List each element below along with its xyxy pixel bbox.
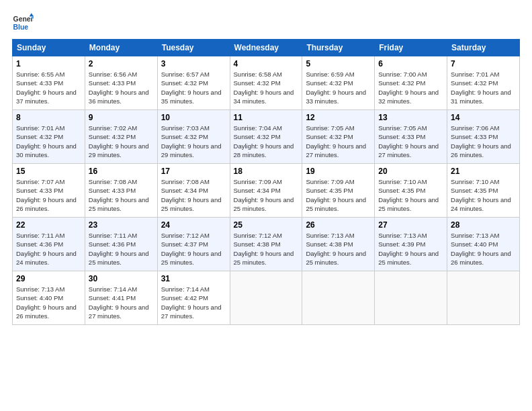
day-number: 4 (234, 59, 299, 68)
svg-marker-3 (30, 13, 34, 17)
calendar-cell (375, 271, 447, 325)
calendar-cell: 31Sunrise: 7:14 AMSunset: 4:42 PMDayligh… (157, 271, 230, 325)
svg-text:Blue: Blue (13, 24, 29, 31)
day-info: Sunrise: 7:00 AMSunset: 4:32 PMDaylight:… (378, 70, 443, 105)
day-info: Sunrise: 7:05 AMSunset: 4:32 PMDaylight:… (306, 124, 371, 159)
day-info: Sunrise: 7:10 AMSunset: 4:35 PMDaylight:… (451, 177, 516, 213)
day-number: 12 (306, 113, 371, 122)
calendar-cell (302, 271, 375, 325)
calendar-cell: 19Sunrise: 7:09 AMSunset: 4:35 PMDayligh… (302, 164, 375, 218)
day-number: 3 (161, 59, 226, 68)
day-info: Sunrise: 7:01 AMSunset: 4:32 PMDaylight:… (451, 70, 516, 105)
day-number: 11 (234, 113, 299, 122)
calendar-cell: 5Sunrise: 6:59 AMSunset: 4:32 PMDaylight… (302, 56, 375, 110)
calendar-cell: 23Sunrise: 7:11 AMSunset: 4:36 PMDayligh… (85, 218, 157, 271)
calendar-cell (230, 271, 302, 325)
day-info: Sunrise: 7:11 AMSunset: 4:36 PMDaylight:… (16, 231, 81, 267)
day-number: 28 (451, 220, 516, 230)
day-number: 29 (16, 274, 81, 283)
calendar-cell: 7Sunrise: 7:01 AMSunset: 4:32 PMDaylight… (447, 56, 520, 110)
day-info: Sunrise: 7:14 AMSunset: 4:41 PMDaylight:… (89, 285, 154, 320)
day-number: 6 (378, 59, 443, 68)
day-info: Sunrise: 7:09 AMSunset: 4:34 PMDaylight:… (234, 177, 299, 213)
calendar-cell: 16Sunrise: 7:08 AMSunset: 4:33 PMDayligh… (85, 164, 157, 218)
calendar-cell: 8Sunrise: 7:01 AMSunset: 4:32 PMDaylight… (13, 110, 85, 164)
day-info: Sunrise: 7:09 AMSunset: 4:35 PMDaylight:… (306, 177, 371, 213)
day-info: Sunrise: 7:08 AMSunset: 4:33 PMDaylight:… (89, 177, 154, 213)
day-info: Sunrise: 7:13 AMSunset: 4:38 PMDaylight:… (306, 231, 371, 267)
svg-text:General: General (13, 15, 34, 23)
day-number: 10 (161, 113, 226, 122)
calendar-cell: 29Sunrise: 7:13 AMSunset: 4:40 PMDayligh… (13, 271, 85, 325)
day-number: 16 (89, 167, 154, 176)
day-number: 31 (161, 274, 226, 283)
day-number: 21 (451, 167, 516, 176)
day-number: 30 (89, 274, 154, 283)
calendar-cell: 1Sunrise: 6:55 AMSunset: 4:33 PMDaylight… (13, 56, 85, 110)
day-number: 14 (451, 113, 516, 122)
day-number: 24 (161, 220, 226, 230)
page-header: General Blue (12, 12, 520, 34)
day-info: Sunrise: 7:04 AMSunset: 4:32 PMDaylight:… (234, 124, 299, 159)
logo-icon: General Blue (12, 12, 34, 34)
calendar-cell: 27Sunrise: 7:13 AMSunset: 4:39 PMDayligh… (375, 218, 447, 271)
day-number: 17 (161, 167, 226, 176)
calendar-cell: 28Sunrise: 7:13 AMSunset: 4:40 PMDayligh… (447, 218, 520, 271)
calendar-table: SundayMondayTuesdayWednesdayThursdayFrid… (12, 39, 520, 325)
day-info: Sunrise: 6:58 AMSunset: 4:32 PMDaylight:… (234, 70, 299, 105)
day-number: 9 (89, 113, 154, 122)
day-number: 23 (89, 220, 154, 230)
day-number: 18 (234, 167, 299, 176)
weekday-header-tuesday: Tuesday (157, 40, 230, 56)
day-info: Sunrise: 7:06 AMSunset: 4:33 PMDaylight:… (451, 124, 516, 159)
calendar-cell: 22Sunrise: 7:11 AMSunset: 4:36 PMDayligh… (13, 218, 85, 271)
day-info: Sunrise: 6:57 AMSunset: 4:32 PMDaylight:… (161, 70, 226, 105)
day-info: Sunrise: 7:12 AMSunset: 4:38 PMDaylight:… (234, 231, 299, 267)
weekday-header-monday: Monday (85, 40, 157, 56)
day-number: 22 (16, 220, 81, 230)
calendar-cell: 17Sunrise: 7:08 AMSunset: 4:34 PMDayligh… (157, 164, 230, 218)
day-number: 2 (89, 59, 154, 68)
day-info: Sunrise: 7:08 AMSunset: 4:34 PMDaylight:… (161, 177, 226, 213)
weekday-header-sunday: Sunday (13, 40, 85, 56)
calendar-cell: 21Sunrise: 7:10 AMSunset: 4:35 PMDayligh… (447, 164, 520, 218)
day-number: 1 (16, 59, 81, 68)
day-info: Sunrise: 7:10 AMSunset: 4:35 PMDaylight:… (378, 177, 443, 213)
calendar-cell: 20Sunrise: 7:10 AMSunset: 4:35 PMDayligh… (375, 164, 447, 218)
weekday-header-saturday: Saturday (447, 40, 520, 56)
calendar-cell: 6Sunrise: 7:00 AMSunset: 4:32 PMDaylight… (375, 56, 447, 110)
calendar-cell: 10Sunrise: 7:03 AMSunset: 4:32 PMDayligh… (157, 110, 230, 164)
day-info: Sunrise: 7:11 AMSunset: 4:36 PMDaylight:… (89, 231, 154, 267)
weekday-header-friday: Friday (375, 40, 447, 56)
day-info: Sunrise: 6:56 AMSunset: 4:33 PMDaylight:… (89, 70, 154, 105)
day-info: Sunrise: 7:02 AMSunset: 4:32 PMDaylight:… (89, 124, 154, 159)
calendar-cell: 24Sunrise: 7:12 AMSunset: 4:37 PMDayligh… (157, 218, 230, 271)
day-number: 13 (378, 113, 443, 122)
calendar-cell: 9Sunrise: 7:02 AMSunset: 4:32 PMDaylight… (85, 110, 157, 164)
logo: General Blue (12, 12, 34, 34)
calendar-cell: 13Sunrise: 7:05 AMSunset: 4:33 PMDayligh… (375, 110, 447, 164)
day-info: Sunrise: 7:12 AMSunset: 4:37 PMDaylight:… (161, 231, 226, 267)
day-number: 25 (234, 220, 299, 230)
calendar-cell: 18Sunrise: 7:09 AMSunset: 4:34 PMDayligh… (230, 164, 302, 218)
weekday-header-wednesday: Wednesday (230, 40, 302, 56)
weekday-header-thursday: Thursday (302, 40, 375, 56)
calendar-cell: 4Sunrise: 6:58 AMSunset: 4:32 PMDaylight… (230, 56, 302, 110)
day-info: Sunrise: 6:59 AMSunset: 4:32 PMDaylight:… (306, 70, 371, 105)
day-number: 5 (306, 59, 371, 68)
day-number: 26 (306, 220, 371, 230)
day-number: 20 (378, 167, 443, 176)
calendar-cell (447, 271, 520, 325)
calendar-cell: 11Sunrise: 7:04 AMSunset: 4:32 PMDayligh… (230, 110, 302, 164)
day-info: Sunrise: 7:13 AMSunset: 4:40 PMDaylight:… (451, 231, 516, 267)
calendar-cell: 25Sunrise: 7:12 AMSunset: 4:38 PMDayligh… (230, 218, 302, 271)
calendar-cell: 2Sunrise: 6:56 AMSunset: 4:33 PMDaylight… (85, 56, 157, 110)
day-info: Sunrise: 7:07 AMSunset: 4:33 PMDaylight:… (16, 177, 81, 213)
calendar-cell: 14Sunrise: 7:06 AMSunset: 4:33 PMDayligh… (447, 110, 520, 164)
calendar-cell: 26Sunrise: 7:13 AMSunset: 4:38 PMDayligh… (302, 218, 375, 271)
day-info: Sunrise: 7:14 AMSunset: 4:42 PMDaylight:… (161, 285, 226, 320)
day-info: Sunrise: 6:55 AMSunset: 4:33 PMDaylight:… (16, 70, 81, 105)
calendar-cell: 15Sunrise: 7:07 AMSunset: 4:33 PMDayligh… (13, 164, 85, 218)
day-number: 8 (16, 113, 81, 122)
day-number: 15 (16, 167, 81, 176)
